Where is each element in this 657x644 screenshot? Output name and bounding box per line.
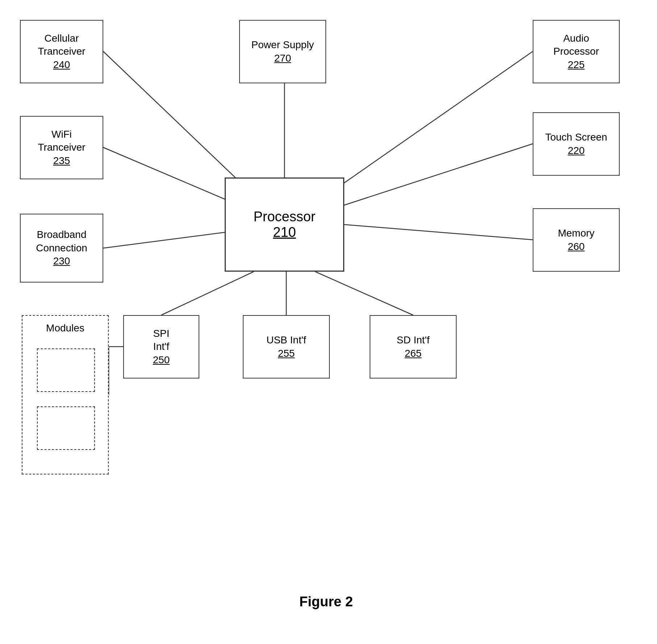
svg-line-7 — [161, 272, 254, 315]
memory-box: Memory 260 — [533, 208, 620, 272]
memory-line1: Memory — [558, 227, 594, 240]
power-num: 270 — [274, 52, 291, 65]
modules-outer-box: Modules — [22, 315, 109, 474]
broadband-line1: Broadband — [37, 228, 86, 241]
sd-num: 265 — [405, 347, 422, 360]
diagram: Processor 210 Cellular Tranceiver 240 Wi… — [0, 0, 657, 644]
broadband-num: 230 — [53, 255, 70, 268]
touchscreen-line1: Touch Screen — [545, 131, 607, 144]
touchscreen-num: 220 — [568, 144, 585, 157]
spi-num: 250 — [153, 354, 170, 367]
cellular-num: 240 — [53, 58, 70, 71]
spi-box: SPI Int'f 250 — [123, 315, 199, 379]
audio-box: Audio Processor 225 — [533, 20, 620, 83]
svg-line-6 — [344, 225, 533, 240]
figure-caption: Figure 2 — [272, 594, 381, 610]
spi-line1: SPI — [153, 327, 169, 340]
usb-box: USB Int'f 255 — [243, 315, 330, 379]
processor-label: Processor — [253, 209, 315, 225]
power-supply-box: Power Supply 270 — [239, 20, 326, 83]
memory-num: 260 — [568, 240, 585, 253]
power-line1: Power Supply — [251, 38, 314, 51]
cellular-line2: Tranceiver — [38, 45, 85, 58]
wifi-line1: WiFi — [51, 128, 72, 141]
usb-line1: USB Int'f — [266, 334, 306, 347]
touchscreen-box: Touch Screen 220 — [533, 112, 620, 176]
sd-line1: SD Int'f — [397, 334, 430, 347]
audio-num: 225 — [568, 58, 585, 71]
cellular-box: Cellular Tranceiver 240 — [20, 20, 103, 83]
cellular-line1: Cellular — [45, 32, 79, 45]
wifi-box: WiFi Tranceiver 235 — [20, 116, 103, 179]
audio-line1: Audio — [563, 32, 589, 45]
spi-line2: Int'f — [153, 340, 169, 353]
sd-box: SD Int'f 265 — [370, 315, 457, 379]
processor-box: Processor 210 — [225, 177, 344, 272]
usb-num: 255 — [278, 347, 295, 360]
processor-num: 210 — [273, 225, 296, 240]
wifi-line2: Tranceiver — [38, 141, 85, 154]
audio-line2: Processor — [553, 45, 599, 58]
wifi-num: 235 — [53, 154, 70, 167]
modules-label: Modules — [46, 322, 84, 334]
broadband-box: Broadband Connection 230 — [20, 214, 103, 283]
broadband-line2: Connection — [36, 242, 87, 255]
svg-line-9 — [315, 272, 413, 315]
modules-inner-box-2 — [37, 406, 95, 450]
modules-inner-box-1 — [37, 348, 95, 392]
